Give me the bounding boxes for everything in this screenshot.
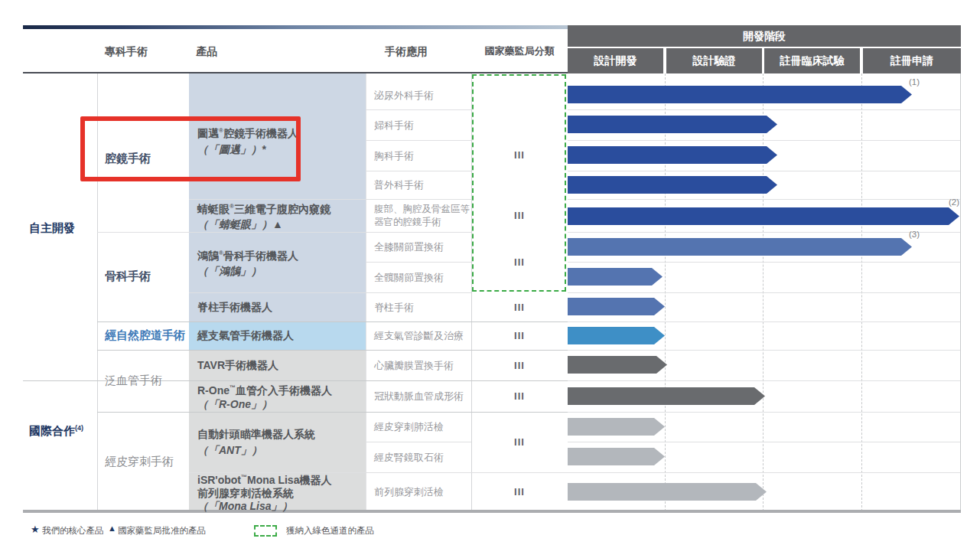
col-header-classification: 國家藥監局分類 xyxy=(471,40,568,63)
product-alias: （「ANT」） xyxy=(197,442,366,459)
progress-arrow-kidney xyxy=(568,448,665,465)
row-divider xyxy=(568,171,960,171)
legend-nmpa-approved: 國家藥監局批准的產品 xyxy=(118,525,206,537)
application-cell: 經皮穿刺肺活檢 xyxy=(366,412,473,442)
application-cell: 胸科手術 xyxy=(366,140,473,171)
classification-cell: III xyxy=(471,350,568,380)
product-name: 蜻蜓眼®三維電子腹腔內窺鏡 xyxy=(197,198,366,217)
row-divider xyxy=(568,350,960,351)
product-tavr-robot: TAVR手術機器人 xyxy=(189,350,366,380)
classification-cell: III xyxy=(471,145,568,164)
specialty-percutaneous: 經皮穿刺手術 xyxy=(97,412,187,511)
row-divider xyxy=(568,292,960,293)
product-alias: （「蜻蜓眼」）▲ xyxy=(197,217,366,233)
product-name: 鴻鵠®骨科手術機器人 xyxy=(197,245,366,264)
product-name: TAVR手術機器人 xyxy=(197,357,366,374)
progress-arrow-general xyxy=(568,176,777,194)
row-divider xyxy=(568,442,960,442)
product-name: iSR'obot™Mona Lisa機器人 xyxy=(197,471,366,487)
col-header-application: 手術應用 xyxy=(385,40,428,63)
product-mona-lisa: iSR'obot™Mona Lisa機器人前列腺穿刺活檢系統（「Mona Lis… xyxy=(189,472,366,511)
application-cell: 泌尿外科手術 xyxy=(366,73,473,109)
product-name: 自動針頭瞄準機器人系統 xyxy=(197,426,366,442)
top-gradient-bar xyxy=(23,25,568,29)
stage-header-clinical-trial: 註冊臨床試驗 xyxy=(764,48,860,73)
row-divider xyxy=(568,262,960,263)
progress-arrow-knee xyxy=(568,238,912,256)
product-alias: （「鴻鵠」） xyxy=(197,263,366,279)
application-cell: 前列腺穿刺活檢 xyxy=(366,472,473,511)
progress-arrow-tavr xyxy=(568,356,667,374)
application-cell: 腹部、胸腔及骨盆區等 器官的腔鏡手術 xyxy=(366,199,473,232)
group-label-sup: (4) xyxy=(75,424,83,432)
application-cell: 全膝關節置換術 xyxy=(366,232,473,262)
red-highlight-box xyxy=(80,116,301,181)
product-name: R-One™血管介入手術機器人 xyxy=(197,380,366,398)
progress-arrow-gynecology xyxy=(568,116,777,133)
footnote-ref-1: (1) xyxy=(909,77,920,86)
product-alias: （「R-One」） xyxy=(197,397,366,412)
stage-header-title: 開發階段 xyxy=(568,25,961,47)
progress-arrow-bronchial xyxy=(568,327,665,344)
stage-header-design-verify: 設計驗證 xyxy=(666,48,762,73)
row-divider xyxy=(568,472,960,473)
progress-arrow-lung-biopsy xyxy=(568,418,665,436)
classification-cell: III xyxy=(471,199,568,232)
row-divider xyxy=(568,109,960,110)
classification-cell: III xyxy=(471,232,568,292)
progress-arrow-thoracic xyxy=(568,146,777,164)
group-label-text: 國際合作 xyxy=(29,424,75,437)
group-label-text: 自主開發 xyxy=(29,221,75,234)
row-divider xyxy=(568,412,960,413)
footnote-ref-2: (2) xyxy=(949,197,959,207)
classification-cell: III xyxy=(471,380,568,412)
application-cell: 心臟瓣膜置換手術 xyxy=(366,350,473,380)
classification-cell: III xyxy=(471,292,568,321)
pipeline-table: 專科手術 產品 手術應用 國家藥監局分類 開發階段 設計開發 設計驗證 註冊臨床… xyxy=(0,0,980,545)
legend-core-product: 我們的核心產品 xyxy=(42,525,104,537)
classification-cell: III xyxy=(471,321,568,350)
progress-arrow-spine xyxy=(568,298,665,315)
triangle-icon: ▲ xyxy=(108,524,116,533)
classification-cell: III xyxy=(471,412,568,472)
row-divider xyxy=(568,199,960,200)
specialty-orthopedic: 骨科手術 xyxy=(97,232,187,321)
group-label-self-developed: 自主開發 xyxy=(29,221,75,236)
progress-arrow-dragonfly xyxy=(568,207,959,225)
footnote-ref-3: (3) xyxy=(909,230,920,239)
product-dragonfly-eye: 蜻蜓眼®三維電子腹腔內窺鏡（「蜻蜓眼」）▲ xyxy=(189,199,366,232)
row-divider xyxy=(568,321,960,322)
specialty-natural-orifice: 經自然腔道手術 xyxy=(97,321,187,350)
application-cell: 冠狀動脈血管成形術 xyxy=(366,380,473,412)
product-ant: 自動針頭瞄準機器人系統（「ANT」） xyxy=(189,412,366,472)
product-name: 脊柱手術機器人 xyxy=(197,299,366,315)
legend-green-channel: 獲納入綠色通道的產品 xyxy=(286,525,374,537)
divider xyxy=(960,73,961,511)
product-name: 經支氣管手術機器人 xyxy=(197,328,366,344)
col-header-specialty: 專科手術 xyxy=(105,40,148,63)
col-header-product: 產品 xyxy=(196,40,217,63)
progress-arrow-rone xyxy=(568,387,765,405)
progress-arrow-prostate xyxy=(568,483,767,501)
application-cell: 婦科手術 xyxy=(366,109,473,140)
application-cell: 脊柱手術 xyxy=(366,292,473,321)
product-spine-robot: 脊柱手術機器人 xyxy=(189,292,366,321)
group-label-international: 國際合作(4) xyxy=(29,424,83,439)
stage-header-design-dev: 設計開發 xyxy=(568,48,663,73)
specialty-panvascular: 泛血管手術 xyxy=(97,350,187,412)
application-cell: 經皮腎鏡取石術 xyxy=(366,442,473,472)
product-rone: R-One™血管介入手術機器人（「R-One」） xyxy=(189,380,366,412)
product-honghu: 鴻鵠®骨科手術機器人（「鴻鵠」） xyxy=(189,232,366,292)
classification-cell: III xyxy=(471,472,568,511)
product-bronchial-robot: 經支氣管手術機器人 xyxy=(189,321,366,350)
star-icon: ★ xyxy=(31,524,40,535)
row-divider xyxy=(568,140,960,141)
progress-arrow-hip xyxy=(568,268,663,286)
row-divider xyxy=(568,232,960,233)
application-cell: 全髖關節置換術 xyxy=(366,262,473,292)
product-alias: （「Mona Lisa」） xyxy=(197,500,366,513)
application-cell: 普外科手術 xyxy=(366,171,473,199)
product-name: 前列腺穿刺活檢系統 xyxy=(197,487,366,500)
progress-arrow-urology xyxy=(568,86,912,103)
row-divider xyxy=(568,380,960,381)
